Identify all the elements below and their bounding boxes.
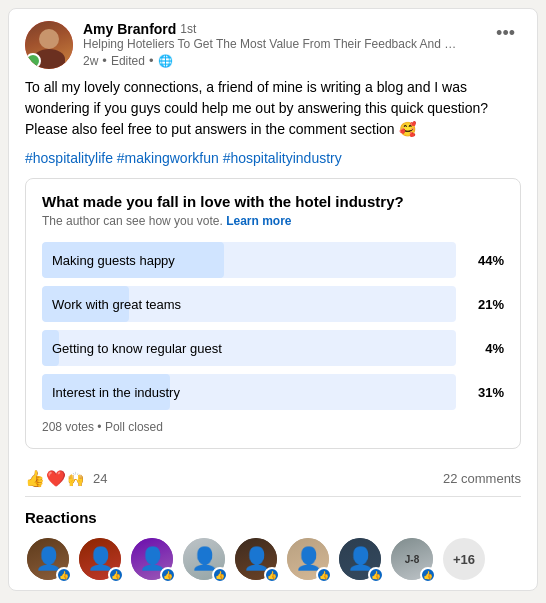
poll-bar-bg: Making guests happy (42, 242, 456, 278)
reaction-avatar[interactable]: 👤 👍 (181, 536, 227, 582)
poll-bar-wrap: Getting to know regular guest (42, 330, 456, 366)
learn-more-link[interactable]: Learn more (226, 214, 291, 228)
like-badge: 👍 (160, 567, 176, 583)
post-card: Amy Branford 1st Helping Hoteliers To Ge… (8, 8, 538, 591)
post-time: 2w (83, 54, 98, 68)
like-badge: 👍 (316, 567, 332, 583)
more-options-button[interactable]: ••• (490, 21, 521, 46)
like-badge: 👍 (368, 567, 384, 583)
reaction-avatar[interactable]: 👤 👍 (285, 536, 331, 582)
poll-option: Making guests happy 44% (42, 242, 504, 278)
poll-question: What made you fall in love with the hote… (42, 193, 504, 210)
reaction-avatar[interactable]: 👤 👍 (233, 536, 279, 582)
celebrate-emoji: 🙌 (67, 471, 84, 487)
avatar[interactable] (25, 21, 73, 69)
poll-option: Getting to know regular guest 4% (42, 330, 504, 366)
dot-sep2: • (149, 53, 154, 68)
dot-sep: • (102, 53, 107, 68)
author-subtitle: Helping Hoteliers To Get The Most Value … (83, 37, 463, 51)
reaction-count[interactable]: 24 (93, 471, 107, 486)
post-meta: 2w • Edited • 🌐 (83, 53, 463, 68)
open-to-badge (25, 53, 41, 69)
heart-emoji: ❤️ (46, 469, 66, 488)
reaction-avatar[interactable]: J-8 👍 (389, 536, 435, 582)
author-info: Amy Branford 1st Helping Hoteliers To Ge… (83, 21, 463, 68)
post-edited: Edited (111, 54, 145, 68)
like-badge: 👍 (212, 567, 228, 583)
author-name-row: Amy Branford 1st (83, 21, 463, 37)
poll-bar-bg: Interest in the industry (42, 374, 456, 410)
like-emoji: 👍 (25, 469, 45, 488)
poll-container: What made you fall in love with the hote… (25, 178, 521, 449)
post-text: To all my lovely connections, a friend o… (25, 77, 521, 140)
reactions-section: Reactions 👤 👍 👤 👍 👤 👍 (25, 497, 521, 590)
author-name[interactable]: Amy Branford (83, 21, 176, 37)
poll-notice-text: The author can see how you vote. (42, 214, 223, 228)
poll-option-label: Work with great teams (52, 297, 181, 312)
comment-count[interactable]: 22 comments (443, 471, 521, 486)
reaction-avatar[interactable]: 👤 👍 (337, 536, 383, 582)
avatars-row: 👤 👍 👤 👍 👤 👍 👤 (25, 536, 521, 582)
post-header: Amy Branford 1st Helping Hoteliers To Ge… (25, 21, 521, 69)
poll-bar-bg: Getting to know regular guest (42, 330, 456, 366)
poll-bar-wrap: Making guests happy (42, 242, 456, 278)
poll-option-pct: 4% (468, 341, 504, 356)
globe-icon: 🌐 (158, 54, 173, 68)
like-badge: 👍 (264, 567, 280, 583)
poll-option-label: Interest in the industry (52, 385, 180, 400)
poll-bar-wrap: Interest in the industry (42, 374, 456, 410)
post-header-left: Amy Branford 1st Helping Hoteliers To Ge… (25, 21, 463, 69)
poll-option-pct: 44% (468, 253, 504, 268)
poll-bar-bg: Work with great teams (42, 286, 456, 322)
reactions-title: Reactions (25, 509, 521, 526)
poll-option-label: Making guests happy (52, 253, 175, 268)
reaction-avatar[interactable]: 👤 👍 (25, 536, 71, 582)
connection-badge: 1st (180, 22, 196, 36)
like-badge: 👍 (420, 567, 436, 583)
poll-option-pct: 21% (468, 297, 504, 312)
poll-option-pct: 31% (468, 385, 504, 400)
poll-footer: 208 votes • Poll closed (42, 420, 504, 434)
like-badge: 👍 (108, 567, 124, 583)
poll-option: Interest in the industry 31% (42, 374, 504, 410)
reaction-avatar[interactable]: 👤 👍 (77, 536, 123, 582)
poll-option: Work with great teams 21% (42, 286, 504, 322)
poll-bar-wrap: Work with great teams (42, 286, 456, 322)
reaction-avatar[interactable]: 👤 👍 (129, 536, 175, 582)
reaction-icons: 👍 ❤️ 🙌 (25, 469, 85, 488)
reactions-bar: 👍 ❤️ 🙌 24 22 comments (25, 461, 521, 497)
poll-option-label: Getting to know regular guest (52, 341, 222, 356)
poll-notice: The author can see how you vote. Learn m… (42, 214, 504, 228)
more-count-badge[interactable]: +16 (441, 536, 487, 582)
hashtags[interactable]: #hospitalitylife #makingworkfun #hospita… (25, 150, 521, 166)
like-badge: 👍 (56, 567, 72, 583)
